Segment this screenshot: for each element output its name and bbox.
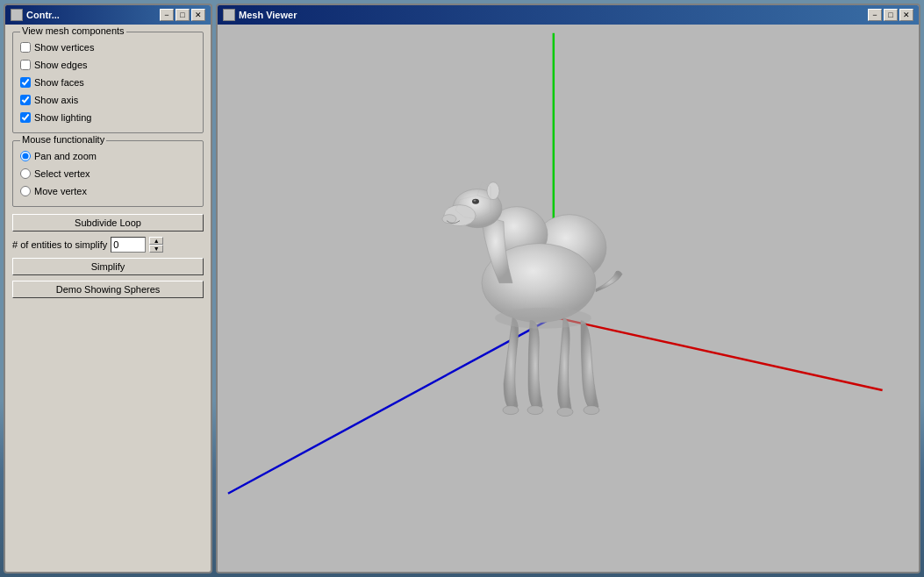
entity-simplify-input[interactable] xyxy=(111,237,146,253)
viewer-canvas[interactable] xyxy=(218,25,919,572)
select-vertex-row: Select vertex xyxy=(20,166,196,182)
svg-point-13 xyxy=(527,406,543,415)
show-faces-label[interactable]: Show faces xyxy=(34,77,84,88)
viewer-minimize-button[interactable]: − xyxy=(868,9,882,21)
move-vertex-radio[interactable] xyxy=(20,186,31,196)
spinner-down-button[interactable]: ▼ xyxy=(149,245,163,253)
entity-simplify-row: # of entities to simplify ▲ ▼ xyxy=(12,237,204,253)
demo-spheres-button[interactable]: Demo Showing Spheres xyxy=(12,281,204,298)
mouse-functionality-group: Mouse functionality Pan and zoom Select … xyxy=(12,140,204,207)
camel-mesh xyxy=(433,147,679,483)
move-vertex-row: Move vertex xyxy=(20,183,196,199)
pan-zoom-radio[interactable] xyxy=(20,151,31,161)
mesh-viewer-window: Mesh Viewer − □ ✕ xyxy=(216,4,920,573)
camel-svg xyxy=(433,147,679,481)
show-edges-row: Show edges xyxy=(20,57,196,73)
show-axis-checkbox[interactable] xyxy=(20,95,31,105)
control-panel-title: Contr... xyxy=(26,10,60,20)
pan-zoom-row: Pan and zoom xyxy=(20,148,196,164)
viewer-window-icon xyxy=(223,9,235,21)
viewer-title-left: Mesh Viewer xyxy=(223,9,297,21)
svg-point-14 xyxy=(557,408,573,417)
show-lighting-checkbox[interactable] xyxy=(20,112,31,123)
pan-zoom-label[interactable]: Pan and zoom xyxy=(34,151,97,161)
control-panel-window: Contr... − □ ✕ View mesh components Show… xyxy=(4,4,212,573)
svg-point-10 xyxy=(472,199,479,204)
show-lighting-label[interactable]: Show lighting xyxy=(34,112,91,123)
show-vertices-row: Show vertices xyxy=(20,39,196,55)
entity-simplify-label: # of entities to simplify xyxy=(12,239,107,250)
window-icon xyxy=(11,9,23,21)
view-mesh-group: View mesh components Show vertices Show … xyxy=(12,32,204,133)
viewer-titlebar: Mesh Viewer − □ ✕ xyxy=(218,5,919,25)
spinner-up-button[interactable]: ▲ xyxy=(149,237,163,245)
show-axis-row: Show axis xyxy=(20,92,196,108)
minimize-button[interactable]: − xyxy=(160,9,174,21)
panel-content: View mesh components Show vertices Show … xyxy=(5,25,211,572)
simplify-button[interactable]: Simplify xyxy=(12,258,204,275)
entity-spinner: ▲ ▼ xyxy=(149,237,163,253)
close-button[interactable]: ✕ xyxy=(191,9,205,21)
subdivide-loop-button[interactable]: Subdivide Loop xyxy=(12,214,204,232)
show-faces-row: Show faces xyxy=(20,75,196,90)
svg-point-15 xyxy=(584,406,599,415)
show-faces-checkbox[interactable] xyxy=(20,77,31,88)
control-panel-titlebar: Contr... − □ ✕ xyxy=(5,5,211,25)
select-vertex-label[interactable]: Select vertex xyxy=(34,168,90,179)
svg-point-16 xyxy=(495,308,591,329)
show-vertices-label[interactable]: Show vertices xyxy=(34,42,94,53)
svg-point-11 xyxy=(473,200,476,202)
titlebar-left: Contr... xyxy=(11,9,60,21)
viewer-title: Mesh Viewer xyxy=(239,10,297,20)
show-edges-checkbox[interactable] xyxy=(20,60,31,70)
show-lighting-row: Show lighting xyxy=(20,110,196,125)
show-axis-label[interactable]: Show axis xyxy=(34,95,78,105)
move-vertex-label[interactable]: Move vertex xyxy=(34,186,87,196)
svg-point-12 xyxy=(503,406,519,415)
show-edges-label[interactable]: Show edges xyxy=(34,60,88,70)
svg-point-9 xyxy=(487,182,499,200)
view-mesh-group-label: View mesh components xyxy=(20,25,126,36)
restore-button[interactable]: □ xyxy=(175,9,190,21)
viewer-restore-button[interactable]: □ xyxy=(884,9,898,21)
mouse-group-label: Mouse functionality xyxy=(20,134,106,145)
viewer-titlebar-buttons: − □ ✕ xyxy=(868,9,913,21)
titlebar-buttons: − □ ✕ xyxy=(160,9,205,21)
show-vertices-checkbox[interactable] xyxy=(20,42,31,53)
select-vertex-radio[interactable] xyxy=(20,168,31,179)
viewer-close-button[interactable]: ✕ xyxy=(899,9,913,21)
